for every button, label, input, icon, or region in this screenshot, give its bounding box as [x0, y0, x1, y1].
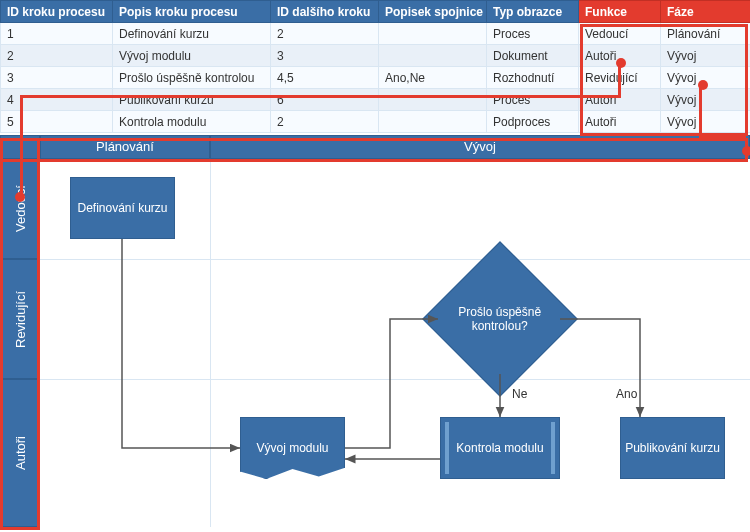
table-row[interactable]: 4 Publikování kurzu 6 Proces Autoři Vývo…	[1, 89, 751, 111]
shape-control-module[interactable]: Kontrola modulu	[440, 417, 560, 479]
cell-phase[interactable]: Vývoj	[661, 89, 751, 111]
phase-divider	[210, 159, 211, 527]
phase-strip: Plánování Vývoj	[0, 135, 750, 159]
table-row[interactable]: 3 Prošlo úspěšně kontrolou 4,5 Ano,Ne Ro…	[1, 67, 751, 89]
col-conn: Popisek spojnice	[379, 1, 487, 23]
cell-id[interactable]: 3	[1, 67, 113, 89]
cell-next[interactable]: 4,5	[271, 67, 379, 89]
table-row[interactable]: 1 Definování kurzu 2 Proces Vedoucí Plán…	[1, 23, 751, 45]
col-next: ID dalšího kroku	[271, 1, 379, 23]
shape-label: Kontrola modulu	[456, 441, 543, 455]
cell-desc[interactable]: Definování kurzu	[113, 23, 271, 45]
table-row[interactable]: 5 Kontrola modulu 2 Podproces Autoři Výv…	[1, 111, 751, 133]
table-row[interactable]: 2 Vývoj modulu 3 Dokument Autoři Vývoj	[1, 45, 751, 67]
cell-func[interactable]: Revidující	[579, 67, 661, 89]
cell-func[interactable]: Autoři	[579, 111, 661, 133]
lane-corner	[0, 135, 40, 159]
phase-header: Vývoj	[210, 135, 750, 159]
cell-desc[interactable]: Prošlo úspěšně kontrolou	[113, 67, 271, 89]
cell-conn[interactable]	[379, 45, 487, 67]
cell-conn[interactable]: Ano,Ne	[379, 67, 487, 89]
cell-next[interactable]: 3	[271, 45, 379, 67]
cell-conn[interactable]	[379, 111, 487, 133]
col-func: Funkce	[579, 1, 661, 23]
cell-phase[interactable]: Vývoj	[661, 45, 751, 67]
cell-desc[interactable]: Publikování kurzu	[113, 89, 271, 111]
table-header-row: ID kroku procesu Popis kroku procesu ID …	[1, 1, 751, 23]
shape-label: Prošlo úspěšně kontrolou?	[450, 305, 550, 334]
cell-phase[interactable]: Plánování	[661, 23, 751, 45]
cell-func[interactable]: Vedoucí	[579, 23, 661, 45]
cell-phase[interactable]: Vývoj	[661, 67, 751, 89]
cell-next[interactable]: 6	[271, 89, 379, 111]
cell-id[interactable]: 1	[1, 23, 113, 45]
edge-label-yes: Ano	[614, 387, 639, 401]
col-phase: Fáze	[661, 1, 751, 23]
cell-func[interactable]: Autoři	[579, 45, 661, 67]
shape-define-course[interactable]: Definování kurzu	[70, 177, 175, 239]
cell-shape[interactable]: Proces	[487, 89, 579, 111]
cell-conn[interactable]	[379, 23, 487, 45]
edge-label-no: Ne	[510, 387, 529, 401]
shape-label: Definování kurzu	[77, 201, 167, 215]
col-id: ID kroku procesu	[1, 1, 113, 23]
diagram-canvas: Definování kurzu Vývoj modulu Prošlo úsp…	[40, 159, 750, 527]
lane-divider	[40, 259, 750, 260]
cell-shape[interactable]: Proces	[487, 23, 579, 45]
cell-next[interactable]: 2	[271, 111, 379, 133]
lane-divider	[40, 379, 750, 380]
shape-label: Vývoj modulu	[256, 441, 328, 455]
shape-develop-module[interactable]: Vývoj modulu	[240, 417, 345, 479]
swimlane-diagram: Vedoucí Revidující Autoři Definování kur…	[0, 159, 750, 527]
shape-label: Publikování kurzu	[625, 441, 720, 455]
lane-label: Revidující	[0, 259, 40, 379]
cell-desc[interactable]: Kontrola modulu	[113, 111, 271, 133]
phase-header: Plánování	[40, 135, 210, 159]
lane-label: Vedoucí	[0, 159, 40, 259]
shape-publish-course[interactable]: Publikování kurzu	[620, 417, 725, 479]
cell-phase[interactable]: Vývoj	[661, 111, 751, 133]
cell-shape[interactable]: Podproces	[487, 111, 579, 133]
cell-next[interactable]: 2	[271, 23, 379, 45]
lane-labels: Vedoucí Revidující Autoři	[0, 159, 40, 527]
cell-id[interactable]: 2	[1, 45, 113, 67]
col-desc: Popis kroku procesu	[113, 1, 271, 23]
cell-shape[interactable]: Rozhodnutí	[487, 67, 579, 89]
cell-desc[interactable]: Vývoj modulu	[113, 45, 271, 67]
lane-label: Autoři	[0, 379, 40, 527]
cell-id[interactable]: 4	[1, 89, 113, 111]
shape-decision[interactable]: Prošlo úspěšně kontrolou?	[422, 241, 578, 397]
data-table: ID kroku procesu Popis kroku procesu ID …	[0, 0, 750, 133]
col-shape: Typ obrazce	[487, 1, 579, 23]
cell-conn[interactable]	[379, 89, 487, 111]
cell-id[interactable]: 5	[1, 111, 113, 133]
cell-shape[interactable]: Dokument	[487, 45, 579, 67]
cell-func[interactable]: Autoři	[579, 89, 661, 111]
